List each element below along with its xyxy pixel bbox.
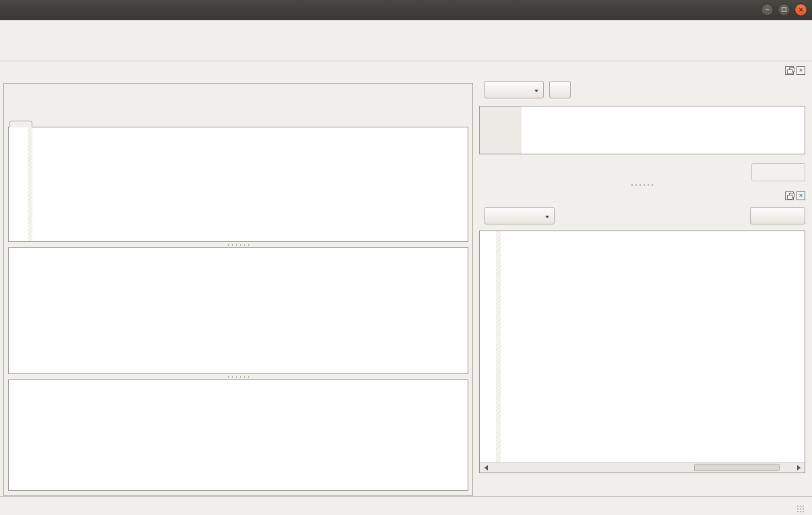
splitter-editor-results[interactable] bbox=[8, 242, 468, 247]
sql-log-box bbox=[479, 231, 805, 473]
cell-editor[interactable] bbox=[479, 106, 805, 154]
log-line-numbers bbox=[480, 231, 496, 462]
splitter-docks[interactable] bbox=[479, 181, 805, 188]
clear-log-button[interactable] bbox=[750, 207, 805, 224]
cell-mode-row bbox=[479, 78, 805, 102]
editor-line-numbers bbox=[9, 127, 28, 241]
sql-document-tab[interactable] bbox=[9, 121, 32, 127]
left-pane bbox=[0, 61, 473, 496]
main-tabs bbox=[3, 64, 473, 84]
apply-settings-button[interactable] bbox=[549, 81, 571, 98]
cell-info bbox=[479, 170, 751, 175]
edit-cell-dock-header: × bbox=[479, 63, 805, 78]
sql-tab-bar bbox=[8, 108, 468, 127]
sql-log-content bbox=[480, 231, 805, 462]
scroll-left-arrow-icon[interactable] bbox=[480, 463, 489, 473]
sql-editor[interactable] bbox=[8, 127, 468, 242]
resize-grip[interactable] bbox=[797, 505, 805, 514]
cell-editor-gutter bbox=[480, 107, 522, 154]
sql-editor-toolbar bbox=[8, 88, 468, 108]
chevron-down-icon bbox=[545, 216, 549, 220]
window-controls: − × bbox=[761, 3, 807, 16]
sql-log-controls bbox=[479, 204, 805, 227]
titlebar: − × bbox=[0, 0, 812, 20]
main-area: × × bbox=[0, 61, 812, 496]
log-horizontal-scrollbar[interactable] bbox=[480, 462, 805, 473]
editor-gutter-strip bbox=[28, 127, 32, 241]
close-button[interactable]: × bbox=[794, 3, 807, 16]
scroll-right-arrow-icon[interactable] bbox=[795, 463, 805, 473]
scrollbar-track[interactable] bbox=[489, 463, 795, 473]
cell-editor-text[interactable] bbox=[522, 107, 805, 154]
close-dock-icon[interactable]: × bbox=[797, 66, 805, 75]
menubar bbox=[0, 20, 812, 37]
submitted-by-select[interactable] bbox=[485, 207, 555, 224]
scrollbar-thumb[interactable] bbox=[694, 464, 780, 471]
float-dock-icon[interactable] bbox=[785, 66, 794, 75]
statusbar bbox=[0, 496, 812, 515]
log-gutter-strip bbox=[496, 231, 501, 462]
chevron-down-icon bbox=[534, 90, 538, 94]
right-pane: × × bbox=[473, 61, 812, 496]
maximize-button[interactable] bbox=[778, 3, 790, 16]
cell-info-row bbox=[479, 163, 805, 181]
mode-select[interactable] bbox=[485, 81, 544, 98]
splitter-results-log[interactable] bbox=[8, 374, 468, 380]
results-panel bbox=[8, 247, 468, 374]
execution-message-box bbox=[8, 380, 468, 491]
dock-tabs bbox=[479, 478, 805, 496]
main-toolbar bbox=[0, 37, 812, 61]
maximize-icon bbox=[782, 7, 786, 12]
apply-button[interactable] bbox=[751, 163, 805, 181]
minimize-button[interactable]: − bbox=[761, 3, 774, 16]
float-dock-icon[interactable] bbox=[785, 191, 794, 200]
editor-code[interactable] bbox=[32, 127, 468, 241]
execute-sql-panel bbox=[3, 83, 473, 496]
sql-log-dock-header: × bbox=[479, 188, 805, 203]
close-dock-icon[interactable]: × bbox=[797, 191, 805, 200]
log-code[interactable] bbox=[501, 231, 805, 462]
